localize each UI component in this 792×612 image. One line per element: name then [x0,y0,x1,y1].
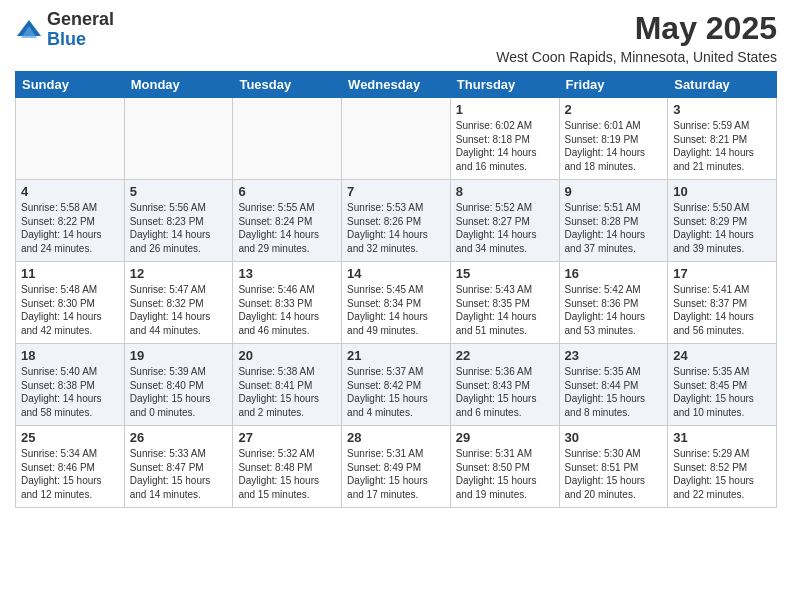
day-cell: 18Sunrise: 5:40 AM Sunset: 8:38 PM Dayli… [16,344,125,426]
day-cell: 19Sunrise: 5:39 AM Sunset: 8:40 PM Dayli… [124,344,233,426]
day-cell: 23Sunrise: 5:35 AM Sunset: 8:44 PM Dayli… [559,344,668,426]
day-number: 17 [673,266,771,281]
day-number: 18 [21,348,119,363]
day-cell: 10Sunrise: 5:50 AM Sunset: 8:29 PM Dayli… [668,180,777,262]
week-row-3: 18Sunrise: 5:40 AM Sunset: 8:38 PM Dayli… [16,344,777,426]
day-number: 30 [565,430,663,445]
day-number: 11 [21,266,119,281]
day-info: Sunrise: 5:29 AM Sunset: 8:52 PM Dayligh… [673,447,771,501]
day-info: Sunrise: 5:31 AM Sunset: 8:50 PM Dayligh… [456,447,554,501]
day-cell: 27Sunrise: 5:32 AM Sunset: 8:48 PM Dayli… [233,426,342,508]
calendar-table: SundayMondayTuesdayWednesdayThursdayFrid… [15,71,777,508]
day-number: 3 [673,102,771,117]
day-cell [233,98,342,180]
day-info: Sunrise: 5:53 AM Sunset: 8:26 PM Dayligh… [347,201,445,255]
day-cell: 13Sunrise: 5:46 AM Sunset: 8:33 PM Dayli… [233,262,342,344]
col-header-monday: Monday [124,72,233,98]
day-info: Sunrise: 5:31 AM Sunset: 8:49 PM Dayligh… [347,447,445,501]
day-number: 21 [347,348,445,363]
day-info: Sunrise: 5:40 AM Sunset: 8:38 PM Dayligh… [21,365,119,419]
day-number: 8 [456,184,554,199]
calendar-page: General Blue May 2025 West Coon Rapids, … [0,0,792,612]
day-info: Sunrise: 5:33 AM Sunset: 8:47 PM Dayligh… [130,447,228,501]
day-cell: 20Sunrise: 5:38 AM Sunset: 8:41 PM Dayli… [233,344,342,426]
day-info: Sunrise: 6:01 AM Sunset: 8:19 PM Dayligh… [565,119,663,173]
day-number: 23 [565,348,663,363]
day-info: Sunrise: 5:35 AM Sunset: 8:44 PM Dayligh… [565,365,663,419]
day-number: 9 [565,184,663,199]
day-info: Sunrise: 5:34 AM Sunset: 8:46 PM Dayligh… [21,447,119,501]
day-cell: 4Sunrise: 5:58 AM Sunset: 8:22 PM Daylig… [16,180,125,262]
day-cell [124,98,233,180]
day-number: 20 [238,348,336,363]
col-header-wednesday: Wednesday [342,72,451,98]
day-info: Sunrise: 5:41 AM Sunset: 8:37 PM Dayligh… [673,283,771,337]
day-info: Sunrise: 5:37 AM Sunset: 8:42 PM Dayligh… [347,365,445,419]
day-cell: 28Sunrise: 5:31 AM Sunset: 8:49 PM Dayli… [342,426,451,508]
day-cell: 25Sunrise: 5:34 AM Sunset: 8:46 PM Dayli… [16,426,125,508]
day-info: Sunrise: 5:51 AM Sunset: 8:28 PM Dayligh… [565,201,663,255]
day-info: Sunrise: 5:52 AM Sunset: 8:27 PM Dayligh… [456,201,554,255]
logo-general: General [47,9,114,29]
col-header-thursday: Thursday [450,72,559,98]
day-info: Sunrise: 5:43 AM Sunset: 8:35 PM Dayligh… [456,283,554,337]
day-cell: 11Sunrise: 5:48 AM Sunset: 8:30 PM Dayli… [16,262,125,344]
day-info: Sunrise: 5:59 AM Sunset: 8:21 PM Dayligh… [673,119,771,173]
day-info: Sunrise: 5:48 AM Sunset: 8:30 PM Dayligh… [21,283,119,337]
day-info: Sunrise: 5:56 AM Sunset: 8:23 PM Dayligh… [130,201,228,255]
day-info: Sunrise: 5:50 AM Sunset: 8:29 PM Dayligh… [673,201,771,255]
day-info: Sunrise: 5:30 AM Sunset: 8:51 PM Dayligh… [565,447,663,501]
day-number: 6 [238,184,336,199]
col-header-tuesday: Tuesday [233,72,342,98]
logo-text: General Blue [47,10,114,50]
day-info: Sunrise: 5:45 AM Sunset: 8:34 PM Dayligh… [347,283,445,337]
day-number: 12 [130,266,228,281]
day-info: Sunrise: 5:46 AM Sunset: 8:33 PM Dayligh… [238,283,336,337]
day-cell: 31Sunrise: 5:29 AM Sunset: 8:52 PM Dayli… [668,426,777,508]
day-info: Sunrise: 5:42 AM Sunset: 8:36 PM Dayligh… [565,283,663,337]
day-cell: 17Sunrise: 5:41 AM Sunset: 8:37 PM Dayli… [668,262,777,344]
day-info: Sunrise: 5:38 AM Sunset: 8:41 PM Dayligh… [238,365,336,419]
day-cell: 16Sunrise: 5:42 AM Sunset: 8:36 PM Dayli… [559,262,668,344]
week-row-4: 25Sunrise: 5:34 AM Sunset: 8:46 PM Dayli… [16,426,777,508]
day-number: 7 [347,184,445,199]
day-number: 19 [130,348,228,363]
day-cell [16,98,125,180]
day-cell: 24Sunrise: 5:35 AM Sunset: 8:45 PM Dayli… [668,344,777,426]
day-cell: 21Sunrise: 5:37 AM Sunset: 8:42 PM Dayli… [342,344,451,426]
day-number: 15 [456,266,554,281]
day-cell: 1Sunrise: 6:02 AM Sunset: 8:18 PM Daylig… [450,98,559,180]
day-number: 10 [673,184,771,199]
week-row-0: 1Sunrise: 6:02 AM Sunset: 8:18 PM Daylig… [16,98,777,180]
header-row: SundayMondayTuesdayWednesdayThursdayFrid… [16,72,777,98]
day-number: 14 [347,266,445,281]
day-cell: 5Sunrise: 5:56 AM Sunset: 8:23 PM Daylig… [124,180,233,262]
day-info: Sunrise: 5:55 AM Sunset: 8:24 PM Dayligh… [238,201,336,255]
day-number: 24 [673,348,771,363]
logo-icon [15,16,43,44]
day-number: 27 [238,430,336,445]
day-cell: 15Sunrise: 5:43 AM Sunset: 8:35 PM Dayli… [450,262,559,344]
logo: General Blue [15,10,114,50]
header: General Blue May 2025 West Coon Rapids, … [15,10,777,65]
day-number: 4 [21,184,119,199]
day-number: 5 [130,184,228,199]
day-cell: 30Sunrise: 5:30 AM Sunset: 8:51 PM Dayli… [559,426,668,508]
day-info: Sunrise: 5:35 AM Sunset: 8:45 PM Dayligh… [673,365,771,419]
day-number: 13 [238,266,336,281]
month-year: May 2025 [496,10,777,47]
day-number: 22 [456,348,554,363]
day-cell: 12Sunrise: 5:47 AM Sunset: 8:32 PM Dayli… [124,262,233,344]
day-cell: 6Sunrise: 5:55 AM Sunset: 8:24 PM Daylig… [233,180,342,262]
day-number: 1 [456,102,554,117]
week-row-1: 4Sunrise: 5:58 AM Sunset: 8:22 PM Daylig… [16,180,777,262]
title-block: May 2025 West Coon Rapids, Minnesota, Un… [496,10,777,65]
day-info: Sunrise: 5:47 AM Sunset: 8:32 PM Dayligh… [130,283,228,337]
day-number: 16 [565,266,663,281]
day-cell: 26Sunrise: 5:33 AM Sunset: 8:47 PM Dayli… [124,426,233,508]
location: West Coon Rapids, Minnesota, United Stat… [496,49,777,65]
day-cell: 7Sunrise: 5:53 AM Sunset: 8:26 PM Daylig… [342,180,451,262]
day-cell: 14Sunrise: 5:45 AM Sunset: 8:34 PM Dayli… [342,262,451,344]
day-cell: 9Sunrise: 5:51 AM Sunset: 8:28 PM Daylig… [559,180,668,262]
day-info: Sunrise: 5:39 AM Sunset: 8:40 PM Dayligh… [130,365,228,419]
